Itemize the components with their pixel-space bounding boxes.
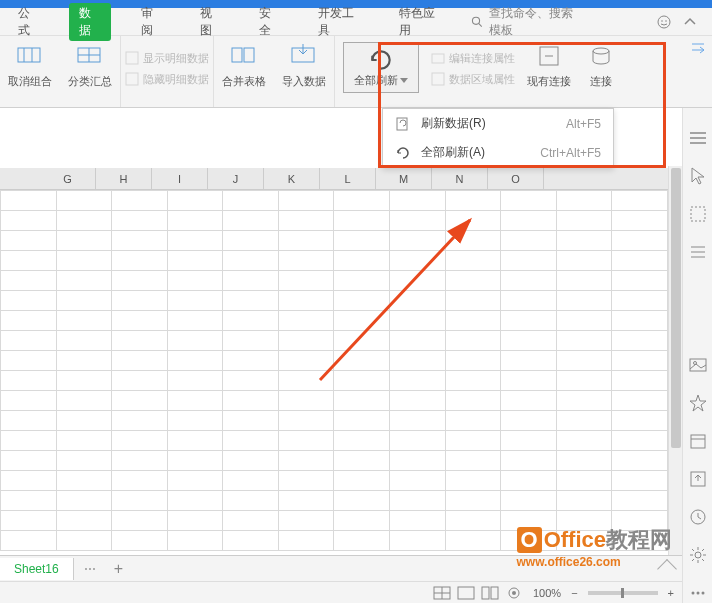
import-label: 导入数据: [282, 74, 326, 89]
view-page-icon[interactable]: [457, 586, 475, 600]
col-header[interactable]: J: [208, 168, 264, 189]
edit-conn-icon: [431, 51, 445, 65]
column-headers-row: G H I J K L M N O: [0, 168, 668, 190]
dropdown-shortcut: Ctrl+Alt+F5: [540, 146, 601, 160]
svg-rect-13: [232, 48, 242, 62]
vertical-scrollbar[interactable]: [668, 166, 682, 559]
hide-detail-button[interactable]: 隐藏明细数据: [125, 72, 209, 87]
subtotal-label: 分类汇总: [68, 74, 112, 89]
data-region-label: 数据区域属性: [449, 72, 515, 87]
settings-icon[interactable]: [688, 545, 708, 565]
star-icon[interactable]: [688, 393, 708, 413]
svg-rect-36: [458, 587, 474, 599]
zoom-in-button[interactable]: +: [668, 587, 674, 599]
dropdown-refresh-all[interactable]: 全部刷新(A) Ctrl+Alt+F5: [383, 138, 613, 167]
zoom-out-button[interactable]: −: [571, 587, 577, 599]
detail-group: 显示明细数据 隐藏明细数据: [121, 36, 214, 107]
existing-conn-label: 现有连接: [527, 74, 571, 89]
refresh-icon: [368, 47, 394, 73]
calendar-icon[interactable]: [688, 431, 708, 451]
scrollbar-thumb[interactable]: [671, 168, 681, 448]
search-placeholder: 查找命令、搜索模板: [489, 5, 584, 39]
view-reader-icon[interactable]: [505, 586, 523, 600]
col-header[interactable]: N: [432, 168, 488, 189]
col-header[interactable]: M: [376, 168, 432, 189]
existing-conn-icon: [537, 44, 561, 68]
col-header[interactable]: O: [488, 168, 544, 189]
svg-point-3: [661, 20, 663, 22]
clock-icon[interactable]: [688, 507, 708, 527]
view-normal-icon[interactable]: [433, 586, 451, 600]
zoom-level[interactable]: 100%: [533, 587, 561, 599]
conn-group: 编辑连接属性 数据区域属性: [427, 36, 519, 107]
watermark: OOffice教程网 www.office26.com: [517, 525, 672, 569]
col-header[interactable]: K: [264, 168, 320, 189]
svg-point-40: [512, 591, 516, 595]
data-region-icon: [431, 72, 445, 86]
add-sheet-button[interactable]: +: [106, 560, 131, 578]
refresh-page-icon: [395, 116, 411, 132]
ungroup-icon: [16, 44, 44, 68]
search-group[interactable]: 查找命令、搜索模板: [471, 5, 634, 39]
show-detail-button[interactable]: 显示明细数据: [125, 51, 209, 66]
col-header[interactable]: I: [152, 168, 208, 189]
dropdown-item-label: 全部刷新(A): [421, 144, 485, 161]
image-icon[interactable]: [688, 355, 708, 375]
import-button[interactable]: 导入数据: [274, 36, 335, 107]
connect-button[interactable]: 连接: [579, 36, 623, 107]
svg-rect-14: [244, 48, 254, 62]
subtotal-button[interactable]: 分类汇总: [60, 36, 121, 107]
sheet-more[interactable]: ⋯: [74, 562, 106, 576]
svg-rect-37: [482, 587, 489, 599]
watermark-brand: Office: [544, 527, 606, 552]
refresh-circle-icon: [395, 145, 411, 161]
svg-point-31: [696, 592, 699, 595]
data-region-button[interactable]: 数据区域属性: [431, 72, 515, 87]
col-header[interactable]: L: [320, 168, 376, 189]
hamburger-icon[interactable]: [688, 128, 708, 148]
svg-rect-17: [432, 73, 444, 85]
svg-point-0: [473, 17, 480, 24]
merge-button[interactable]: 合并表格: [214, 36, 274, 107]
merge-icon: [230, 44, 258, 68]
spreadsheet-grid[interactable]: [0, 190, 668, 555]
svg-point-32: [701, 592, 704, 595]
cursor-icon[interactable]: [688, 166, 708, 186]
share-icon[interactable]: [688, 469, 708, 489]
hide-detail-icon: [125, 72, 139, 86]
svg-point-30: [691, 592, 694, 595]
col-header[interactable]: G: [40, 168, 96, 189]
properties-icon[interactable]: [688, 242, 708, 262]
col-header[interactable]: H: [96, 168, 152, 189]
expand-pane-icon[interactable]: [690, 42, 706, 58]
zoom-slider[interactable]: [588, 591, 658, 595]
edit-conn-button[interactable]: 编辑连接属性: [431, 51, 515, 66]
svg-rect-12: [126, 73, 138, 85]
svg-point-2: [658, 16, 670, 28]
chevron-down-icon: [400, 78, 408, 84]
svg-rect-38: [491, 587, 498, 599]
subtotal-icon: [76, 44, 104, 68]
refresh-all-button[interactable]: 全部刷新: [335, 36, 427, 107]
more-icon[interactable]: [688, 583, 708, 603]
svg-rect-11: [126, 52, 138, 64]
merge-label: 合并表格: [222, 74, 266, 89]
ungroup-label: 取消组合: [8, 74, 52, 89]
svg-point-29: [695, 552, 701, 558]
refresh-dropdown: 刷新数据(R) Alt+F5 全部刷新(A) Ctrl+Alt+F5: [382, 108, 614, 168]
ungroup-button[interactable]: 取消组合: [0, 36, 60, 107]
svg-rect-25: [691, 435, 705, 448]
svg-rect-22: [691, 207, 705, 221]
existing-conn-button[interactable]: 现有连接: [519, 36, 579, 107]
collapse-ribbon-icon[interactable]: [682, 14, 698, 30]
view-break-icon[interactable]: [481, 586, 499, 600]
sheet-tab[interactable]: Sheet16: [0, 558, 74, 580]
select-icon[interactable]: [688, 204, 708, 224]
tab-data[interactable]: 数据: [69, 3, 110, 41]
dropdown-refresh-data[interactable]: 刷新数据(R) Alt+F5: [383, 109, 613, 138]
smiley-icon[interactable]: [656, 14, 672, 30]
status-bar: 100% − +: [0, 581, 682, 603]
side-panel: [682, 108, 712, 603]
show-detail-icon: [125, 51, 139, 65]
import-icon: [290, 44, 318, 68]
